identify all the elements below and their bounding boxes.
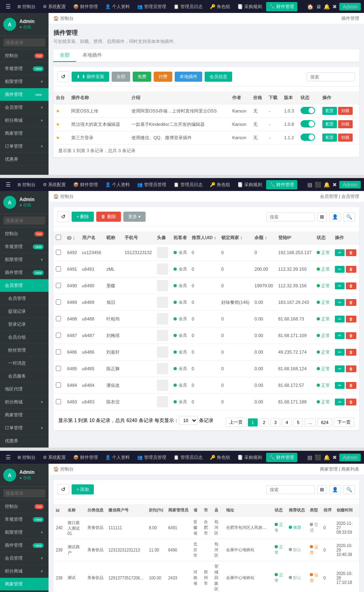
page-2-2[interactable]: 2 [259,418,269,426]
sidebar-item-points-1[interactable]: 积分商城 ▼ [0,114,49,127]
select-all-checkbox[interactable] [56,235,61,240]
plugin-config-btn[interactable]: 配置 [322,120,337,128]
search-merchant-input[interactable] [266,485,315,494]
plugin-uninstall-btn[interactable]: 卸载 [338,134,353,142]
nav-icon-bell-3[interactable]: 🔔 [324,454,330,460]
plugin-status[interactable] [298,131,320,144]
sidebar-item-withdraw-2[interactable]: 提现记录 [0,305,49,318]
member-delete-btn[interactable]: 🗑 [346,316,356,323]
nav-dashboard-3[interactable]: ⊞ 控制台 [14,453,39,462]
nav-icon-monitor-3[interactable]: ⬛ [315,454,321,460]
nav-hamburger-2[interactable]: ☰ [3,181,13,188]
member-edit-btn[interactable]: ✏ [335,266,345,273]
member-ip[interactable]: 183.167.29.243 [276,294,314,311]
member-ip[interactable]: 81.68.172.57 [276,377,314,394]
member-checkbox[interactable] [53,361,65,377]
member-checkbox[interactable] [53,244,65,261]
nav-admin-log-1[interactable]: 📋管理员日志 [170,2,206,11]
member-delete-btn[interactable]: 🗑 [346,266,356,273]
sidebar-item-merchant-3[interactable]: 商家管理 ▲ [0,578,49,591]
sidebar-item-member-2[interactable]: 会员管理 ▲ [0,279,49,292]
sidebar-item-coupon-2[interactable]: 优惠券 [0,435,49,448]
nav-icon-monitor[interactable]: 🖥 [316,4,321,10]
page-5-2[interactable]: 5 [293,418,303,426]
member-delete-btn[interactable]: 🗑 [346,332,356,339]
nav-plugin-mgmt-1[interactable]: 📦财件管理 [70,2,101,11]
nav-icon-home-2[interactable]: ▤ [307,182,312,188]
sidebar-item-merchant-2[interactable]: 商家管理 [0,409,49,422]
layout-btn[interactable]: ⊞ [317,212,327,221]
member-edit-btn[interactable]: ✏ [335,332,345,339]
user-filter-btn-3[interactable]: 👤 [329,485,341,494]
member-checkbox[interactable] [53,311,65,327]
col-locked[interactable]: 锁定商家 ↕ [219,231,252,244]
nav-hamburger[interactable]: ☰ [3,3,13,10]
member-checkbox[interactable] [53,278,65,294]
member-edit-btn[interactable]: ✏ [335,316,345,323]
sidebar-item-order-1[interactable]: 订单管理 ▼ [0,140,49,153]
nav-purchase-rules-2[interactable]: 📑 采购规则 [234,180,265,189]
local-plugin-btn[interactable]: 本地插件 [175,72,202,82]
nav-dashboard-1[interactable]: ⊞控制台 [14,2,39,11]
member-checkbox[interactable] [53,327,65,344]
delete-btn[interactable]: 🗑 删除 [96,212,121,222]
install-btn[interactable]: ⬇⬇ 插件安装 [72,72,109,82]
tab-all-1[interactable]: 全部 [53,49,76,62]
page-1-2[interactable]: 1 [248,418,258,426]
sidebar-item-order-2[interactable]: 订单管理 ▼ [0,422,49,435]
nav-hamburger-3[interactable]: ☰ [3,454,13,460]
member-delete-btn[interactable]: 🗑 [346,282,356,289]
member-edit-btn[interactable]: ✏ [335,382,345,389]
page-4-2[interactable]: 4 [282,418,292,426]
member-ip[interactable]: 81.68.171.109 [276,327,314,344]
search-btn-2[interactable]: 🔍 [343,212,355,221]
search-input-3[interactable] [3,489,45,497]
member-delete-btn[interactable]: 🗑 [346,299,356,306]
member-ip[interactable]: 81.68.168.73 [276,311,314,327]
member-ip[interactable]: 112.32.39.150 [276,261,314,278]
nav-addon-mgmt-1[interactable]: 🔧财件管理 [266,2,297,11]
sidebar-item-common-1[interactable]: 常规管理 new [0,62,49,75]
member-ip[interactable]: 49.235.72.174 [276,344,314,361]
sidebar-item-dashboard-3[interactable]: 控制台 hot [0,500,49,513]
sidebar-item-region-2[interactable]: 地区代理 [0,383,49,396]
member-checkbox[interactable] [53,394,65,410]
nav-roles-3[interactable]: 🔑 角色组 [207,453,233,462]
add-merchant-btn[interactable]: + 添加 [72,484,94,494]
sidebar-item-merchant-1[interactable]: 商家管理 [0,127,49,140]
nav-icon-bell-2[interactable]: 🔔 [324,182,330,188]
page-624-2[interactable]: 624 [317,418,332,426]
sidebar-item-auth-3[interactable]: 权限管理 ▼ [0,526,49,539]
plugin-uninstall-btn[interactable]: 卸载 [338,120,353,128]
member-edit-btn[interactable]: ✏ [335,349,345,356]
search-member-input[interactable] [266,212,315,221]
nav-icon-close-2[interactable]: ✖ [332,182,337,188]
nav-admin-mgmt-2[interactable]: 👥 管理员管理 [134,180,169,189]
member-ip[interactable]: 112.32.39.156 [276,278,314,294]
sidebar-item-points-2[interactable]: 积分商城 ▼ [0,396,49,409]
sidebar-item-member-sub-2[interactable]: 会员管理 [0,292,49,305]
sidebar-item-points-3[interactable]: 积分商城 ▼ [0,565,49,578]
nav-plugin-mgmt-2[interactable]: 📦 财件管理 [70,180,101,189]
sidebar-item-member-1[interactable]: 会员管理 ▼ [0,101,49,114]
sidebar-item-auth-1[interactable]: 权限管理 ▼ [0,75,49,88]
plugin-status[interactable] [298,118,320,131]
member-edit-btn[interactable]: ✏ [335,399,345,405]
nav-icon-close-3[interactable]: ✖ [332,454,337,460]
member-checkbox[interactable] [53,294,65,311]
nav-admin-mgmt-3[interactable]: 👥 管理员管理 [134,453,169,462]
nav-sysconfig-1[interactable]: ⚙系统配置 [40,2,69,11]
search-input-2[interactable] [3,216,45,225]
page-3-2[interactable]: 3 [271,418,280,426]
refresh-btn-3[interactable]: ↺ [57,484,69,495]
nav-admin-log-3[interactable]: 📋 管理员日志 [170,453,206,462]
sidebar-item-dashboard-1[interactable]: 控制台 hot [0,49,49,62]
member-checkbox[interactable] [53,377,65,394]
nav-icon-bell[interactable]: 🔔 [324,4,330,10]
member-delete-btn[interactable]: 🗑 [346,249,356,256]
sidebar-item-fans-2[interactable]: 粉丝管理 [0,344,49,357]
nav-profile-1[interactable]: 👤个人资料 [102,2,133,11]
nav-dashboard-2[interactable]: ⊞ 控制台 [14,180,39,189]
nav-purchase-rules-3[interactable]: 📑 采购规则 [234,453,265,462]
sidebar-item-common-2[interactable]: 常规管理 new [0,240,49,253]
